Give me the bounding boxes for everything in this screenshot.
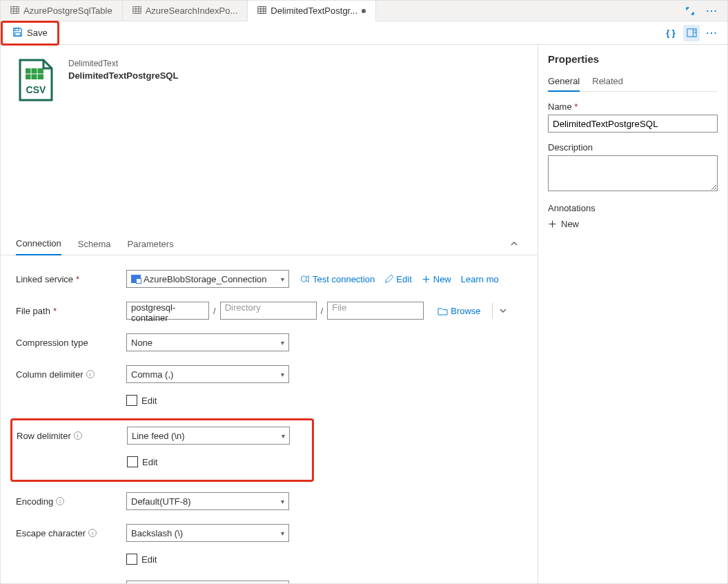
chevron-down-icon[interactable] bbox=[492, 302, 509, 319]
chevron-down-icon: ▾ bbox=[281, 339, 284, 347]
info-icon[interactable]: i bbox=[86, 370, 95, 378]
tab-label: DelimitedTextPostgr... bbox=[270, 6, 357, 16]
save-button[interactable]: Save bbox=[4, 24, 56, 42]
compression-select[interactable]: None▾ bbox=[126, 333, 289, 351]
description-label: Description bbox=[548, 142, 718, 153]
column-delimiter-label: Column delimiter bbox=[16, 369, 83, 380]
directory-input[interactable]: Directory bbox=[220, 302, 317, 320]
name-label: Name bbox=[548, 101, 572, 112]
row-delimiter-select[interactable]: Line feed (\n)▾ bbox=[127, 427, 290, 445]
container-input[interactable]: postgresql-container bbox=[126, 302, 209, 320]
tab-connection[interactable]: Connection bbox=[16, 233, 61, 255]
dataset-name-label: DelimitedTextPostgreSQL bbox=[68, 70, 178, 81]
chevron-down-icon: ▾ bbox=[281, 275, 284, 283]
chevron-down-icon: ▾ bbox=[281, 371, 284, 378]
tab-azuresearchindex[interactable]: AzureSearchIndexPo... bbox=[123, 1, 248, 21]
info-icon[interactable]: i bbox=[74, 431, 82, 440]
code-view-button[interactable]: { } bbox=[662, 25, 679, 41]
chevron-down-icon: ▾ bbox=[281, 498, 284, 505]
csv-file-icon: CSV bbox=[16, 59, 56, 101]
encoding-select[interactable]: Default(UTF-8)▾ bbox=[126, 492, 289, 510]
chevron-down-icon: ▾ bbox=[281, 529, 284, 537]
tab-parameters[interactable]: Parameters bbox=[127, 233, 173, 255]
linked-service-select[interactable]: AzureBlobStorage_Connection ▾ bbox=[126, 270, 289, 288]
collapse-icon[interactable] bbox=[506, 235, 522, 252]
save-label: Save bbox=[27, 28, 48, 38]
tab-azurepostgresql[interactable]: AzurePostgreSqlTable bbox=[1, 1, 123, 21]
edit-label: Edit bbox=[141, 554, 157, 565]
row-delimiter-edit-checkbox[interactable] bbox=[127, 456, 138, 467]
connection-form: Linked service * AzureBlobStorage_Connec… bbox=[1, 255, 538, 583]
tab-schema[interactable]: Schema bbox=[78, 233, 111, 255]
svg-rect-0 bbox=[11, 6, 19, 13]
dataset-header: CSV DelimitedText DelimitedTextPostgreSQ… bbox=[1, 45, 538, 108]
info-icon[interactable]: i bbox=[88, 529, 97, 537]
required-indicator: * bbox=[53, 306, 57, 316]
svg-rect-10 bbox=[258, 6, 266, 13]
chevron-down-icon: ▾ bbox=[282, 432, 285, 440]
dirty-indicator-icon bbox=[362, 9, 366, 13]
table-icon bbox=[132, 6, 141, 17]
new-linked-service-button[interactable]: New bbox=[422, 274, 451, 284]
storage-icon bbox=[131, 275, 141, 283]
toolbar: Save { } ··· bbox=[1, 21, 727, 45]
annotations-label: Annotations bbox=[548, 203, 718, 213]
properties-tab-related[interactable]: Related bbox=[592, 72, 623, 91]
editor-tabbar: AzurePostgreSqlTable AzureSearchIndexPo.… bbox=[1, 1, 727, 21]
compression-label: Compression type bbox=[16, 338, 88, 348]
name-input[interactable] bbox=[548, 115, 718, 133]
table-icon bbox=[10, 6, 19, 17]
svg-rect-16 bbox=[15, 32, 21, 36]
path-separator: / bbox=[213, 306, 216, 316]
edit-label: Edit bbox=[142, 457, 157, 467]
file-path-label: File path bbox=[16, 306, 50, 316]
row-delimiter-label: Row delimiter bbox=[17, 431, 71, 441]
tab-label: AzureSearchIndexPo... bbox=[146, 6, 238, 16]
required-indicator: * bbox=[574, 101, 578, 112]
table-icon bbox=[257, 6, 266, 17]
add-annotation-button[interactable]: New bbox=[548, 219, 718, 229]
linked-service-value: AzureBlobStorage_Connection bbox=[144, 274, 267, 284]
browse-button[interactable]: Browse bbox=[437, 306, 480, 316]
escape-edit-checkbox[interactable] bbox=[126, 554, 137, 565]
svg-rect-5 bbox=[132, 6, 140, 13]
info-icon[interactable]: i bbox=[56, 497, 64, 505]
properties-title: Properties bbox=[548, 53, 718, 65]
section-tabs: Connection Schema Parameters bbox=[1, 233, 538, 255]
more-icon[interactable]: ··· bbox=[704, 3, 720, 19]
edit-linked-service-button[interactable]: Edit bbox=[384, 274, 411, 284]
escape-label: Escape character bbox=[16, 528, 86, 538]
test-connection-button[interactable]: Test connection bbox=[300, 274, 375, 284]
expand-icon[interactable] bbox=[682, 3, 698, 19]
properties-toggle-button[interactable] bbox=[683, 25, 700, 41]
file-input[interactable]: File bbox=[327, 302, 424, 320]
required-indicator: * bbox=[76, 274, 79, 284]
svg-text:CSV: CSV bbox=[26, 84, 46, 95]
escape-select[interactable]: Backslash (\)▾ bbox=[126, 524, 289, 542]
properties-tab-general[interactable]: General bbox=[548, 72, 580, 92]
more-icon[interactable]: ··· bbox=[704, 25, 720, 41]
description-input[interactable] bbox=[548, 155, 718, 191]
column-delimiter-edit-checkbox[interactable] bbox=[126, 395, 137, 406]
column-delimiter-select[interactable]: Comma (,)▾ bbox=[126, 365, 289, 383]
tab-delimitedtext[interactable]: DelimitedTextPostgr... bbox=[248, 1, 376, 21]
plus-icon bbox=[548, 220, 557, 228]
linked-service-label: Linked service bbox=[16, 274, 73, 284]
quote-select[interactable]: Double quote (")▾ bbox=[126, 581, 289, 583]
dataset-type-label: DelimitedText bbox=[68, 59, 178, 68]
learn-more-link[interactable]: Learn mo bbox=[461, 274, 499, 284]
properties-panel: Properties General Related Name * Descri… bbox=[538, 45, 727, 583]
encoding-label: Encoding bbox=[16, 496, 53, 507]
save-icon bbox=[12, 27, 23, 39]
path-separator: / bbox=[321, 306, 324, 316]
tab-label: AzurePostgreSqlTable bbox=[23, 6, 112, 16]
edit-label: Edit bbox=[141, 396, 157, 406]
